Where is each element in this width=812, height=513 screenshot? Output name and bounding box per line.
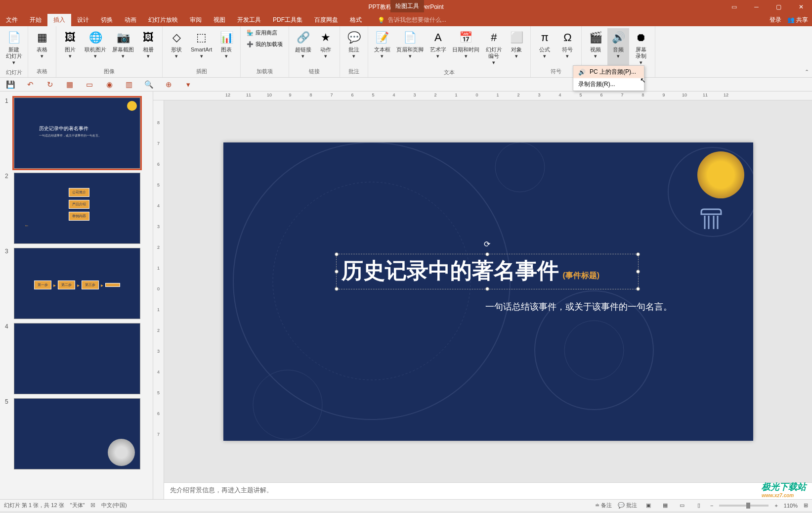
tell-me-search[interactable]: 💡 告诉我您想要做什么... — [378, 14, 446, 26]
save-button[interactable]: 💾 — [5, 79, 16, 90]
minimize-button[interactable]: ─ — [745, 0, 768, 14]
ribbon-对象-button[interactable]: ⬜对象▾ — [506, 28, 527, 68]
ribbon-音频-button[interactable]: 🔊音频▾ — [607, 28, 629, 68]
tab-file[interactable]: 文件 — [0, 14, 24, 26]
tab-animations[interactable]: 动画 — [119, 14, 142, 26]
ribbon-应用商店-button[interactable]: 🏪应用商店 — [244, 28, 286, 38]
thumbnail-2[interactable]: 2 公司简介 产品介绍 举例内容 ← — [0, 171, 153, 246]
thumbnail-5[interactable]: 5 — [0, 396, 153, 471]
resize-handle[interactable] — [335, 270, 339, 274]
ribbon-文本框-button[interactable]: 📝文本框▾ — [371, 28, 393, 68]
resize-handle[interactable] — [636, 270, 640, 274]
ribbon-新建幻灯片-button[interactable]: 📄新建 幻灯片▾ — [3, 28, 25, 68]
slide-canvas[interactable]: ⟳ 历史记录中的著名事件 (事件标题) 一句话总结该事件，或关于该事件的一句名言… — [223, 142, 753, 441]
normal-view-button[interactable]: ▣ — [643, 501, 654, 510]
ribbon-icon: ★ — [318, 30, 334, 46]
share-button[interactable]: 👥 共享 — [787, 16, 808, 24]
ribbon-icon: π — [537, 30, 553, 46]
ribbon-我的加载项-button[interactable]: ➕我的加载项 — [244, 40, 286, 49]
slide-editor: 1211109876543210123456789101112 87654321… — [153, 92, 812, 499]
ribbon-相册-button[interactable]: 🖼相册▾ — [137, 28, 159, 61]
ribbon-超链接-button[interactable]: 🔗超链接▾ — [292, 28, 314, 61]
maximize-button[interactable]: ▢ — [768, 0, 790, 14]
qat-btn-5[interactable]: ▭ — [84, 79, 95, 90]
tab-transitions[interactable]: 切换 — [95, 14, 119, 26]
canvas-wrap[interactable]: ⟳ 历史记录中的著名事件 (事件标题) 一句话总结该事件，或关于该事件的一句名言… — [153, 100, 812, 482]
ribbon-视频-button[interactable]: 🎬视频▾ — [585, 28, 606, 68]
ribbon-icon: 🔗 — [295, 30, 311, 46]
tab-review[interactable]: 审阅 — [184, 14, 208, 26]
resize-handle[interactable] — [485, 252, 489, 256]
qat-btn-7[interactable]: ▥ — [124, 79, 134, 90]
reading-view-button[interactable]: ▭ — [677, 501, 687, 510]
title-textbox[interactable]: ⟳ 历史记录中的著名事件 (事件标题) — [336, 254, 639, 289]
resize-handle[interactable] — [636, 287, 640, 291]
ribbon-动作-button[interactable]: ★动作▾ — [315, 28, 337, 61]
ribbon-联机图片-button[interactable]: 🌐联机图片▾ — [82, 28, 109, 61]
tab-developer[interactable]: 开发工具 — [231, 14, 267, 26]
ribbon-图表-button[interactable]: 📊图表▾ — [215, 28, 237, 61]
ribbon-形状-button[interactable]: ◇形状▾ — [166, 28, 187, 61]
resize-handle[interactable] — [335, 252, 339, 256]
language-indicator[interactable]: 中文(中国) — [101, 502, 127, 509]
comments-toggle[interactable]: 💬 批注 — [618, 502, 637, 509]
notes-toggle[interactable]: ≐ 备注 — [595, 502, 612, 509]
thumbnail-3[interactable]: 3 第一步 ▸ 第二步 ▸ 第三步 ▸ — [0, 246, 153, 321]
fit-to-window-button[interactable]: ⊞ — [804, 502, 808, 509]
resize-handle[interactable] — [335, 287, 339, 291]
tab-home[interactable]: 开始 — [24, 14, 47, 26]
qat-btn-10[interactable]: ▾ — [183, 79, 194, 90]
close-button[interactable]: ✕ — [790, 0, 812, 14]
qat-btn-6[interactable]: ◉ — [104, 79, 115, 90]
thumbnail-1[interactable]: 1 历史记录中的著名事件 一句话总结该事件，或关于该事件的一句名言。 — [0, 95, 153, 171]
ribbon-options-button[interactable]: ▭ — [723, 0, 745, 14]
thumbnail-4[interactable]: 4 — [0, 321, 153, 396]
slide-counter[interactable]: 幻灯片 第 1 张，共 12 张 — [4, 502, 64, 509]
audio-from-pc-item[interactable]: 🔊 PC 上的音频(P)... — [573, 66, 644, 78]
zoom-slider[interactable] — [719, 505, 769, 507]
resize-handle[interactable] — [485, 287, 489, 291]
undo-button[interactable]: ↶ — [25, 79, 36, 90]
spellcheck-icon[interactable]: ☒ — [90, 502, 95, 509]
tab-slideshow[interactable]: 幻灯片放映 — [142, 14, 184, 26]
tab-view[interactable]: 视图 — [208, 14, 231, 26]
resize-handle[interactable] — [636, 252, 640, 256]
ribbon-页眉和页脚-button[interactable]: 📄页眉和页脚▾ — [394, 28, 426, 68]
slide-subtitle-text[interactable]: 一句话总结该事件，或关于该事件的一句名言。 — [485, 301, 672, 313]
zoom-in-button[interactable]: + — [774, 503, 777, 509]
rotate-handle-icon[interactable]: ⟳ — [484, 239, 490, 249]
zoom-out-button[interactable]: − — [710, 503, 713, 509]
ribbon-表格-button[interactable]: ▦表格▾ — [31, 28, 53, 61]
ribbon-group-图像: 🖼图片▾🌐联机图片▾📷屏幕截图▾🖼相册▾图像 — [56, 26, 163, 77]
tab-pdftools[interactable]: PDF工具集 — [267, 14, 308, 26]
login-button[interactable]: 登录 — [769, 16, 781, 24]
ribbon-艺术字-button[interactable]: A艺术字▾ — [427, 28, 449, 68]
sorter-view-button[interactable]: ▦ — [660, 501, 671, 510]
collapse-ribbon-button[interactable]: ⌃ — [805, 69, 809, 75]
qat-btn-8[interactable]: 🔍 — [143, 79, 154, 90]
ribbon-屏幕截图-button[interactable]: 📷屏幕截图▾ — [110, 28, 136, 61]
qat-btn-4[interactable]: ▦ — [64, 79, 75, 90]
tab-baidu[interactable]: 百度网盘 — [308, 14, 344, 26]
tab-insert[interactable]: 插入 — [47, 14, 71, 26]
zoom-level[interactable]: 110% — [784, 503, 798, 509]
notes-pane[interactable]: 先介绍背景信息，再进入主题讲解。 — [164, 482, 812, 499]
tab-format[interactable]: 格式 — [344, 14, 368, 26]
ribbon-符号-button[interactable]: Ω符号▾ — [556, 28, 578, 61]
ribbon-幻灯片编号-button[interactable]: #幻灯片 编号▾ — [483, 28, 505, 68]
ribbon-屏幕录制-button[interactable]: ⏺屏幕 录制▾ — [630, 28, 652, 68]
ribbon-日期和时间-button[interactable]: 📅日期和时间▾ — [450, 28, 482, 68]
horizontal-ruler[interactable]: 1211109876543210123456789101112 — [153, 92, 812, 100]
ribbon-批注-button[interactable]: 💬批注▾ — [343, 28, 365, 61]
vertical-ruler[interactable]: 8765432101234567 — [153, 100, 164, 499]
ribbon-图片-button[interactable]: 🖼图片▾ — [59, 28, 81, 61]
ribbon-公式-button[interactable]: π公式▾ — [534, 28, 556, 61]
qat-btn-9[interactable]: ⊕ — [163, 79, 174, 90]
record-audio-item[interactable]: 录制音频(R)... — [573, 78, 644, 91]
quick-access-toolbar: 💾 ↶ ↻ ▦ ▭ ◉ ▥ 🔍 ⊕ ▾ — [0, 78, 812, 92]
ribbon-SmartArt-button[interactable]: ⬚SmartArt▾ — [188, 28, 214, 61]
tab-design[interactable]: 设计 — [71, 14, 95, 26]
redo-button[interactable]: ↻ — [44, 79, 55, 90]
slide-thumbnails-panel[interactable]: 1 历史记录中的著名事件 一句话总结该事件，或关于该事件的一句名言。 2 公司简… — [0, 92, 153, 499]
slideshow-view-button[interactable]: ▯ — [693, 501, 704, 510]
